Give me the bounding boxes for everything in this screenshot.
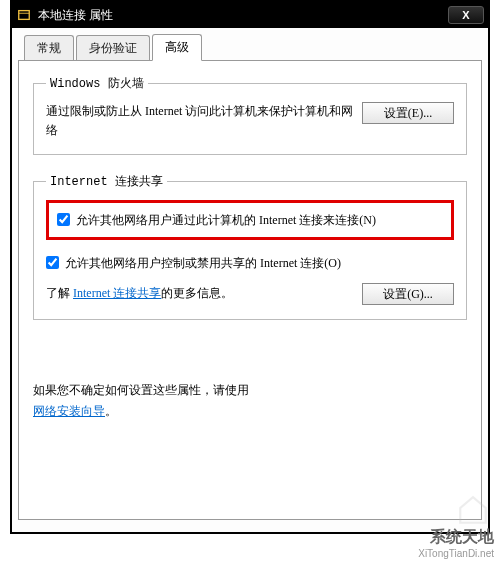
tab-strip: 常规 身份验证 高级: [18, 34, 482, 61]
close-button[interactable]: X: [448, 6, 484, 24]
highlight-box: 允许其他网络用户通过此计算机的 Internet 连接来连接(N): [46, 200, 454, 239]
learn-more-text: 了解 Internet 连接共享的更多信息。: [46, 285, 362, 302]
footer-line1: 如果您不确定如何设置这些属性，请使用: [33, 383, 249, 397]
allow-connect-checkbox[interactable]: [57, 213, 70, 226]
ics-group: Internet 连接共享 允许其他网络用户通过此计算机的 Internet 连…: [33, 173, 467, 319]
tab-panel-advanced: Windows 防火墙 通过限制或防止从 Internet 访问此计算机来保护计…: [18, 60, 482, 520]
footer-note: 如果您不确定如何设置这些属性，请使用 网络安装向导。: [33, 380, 467, 423]
client-area: 常规 身份验证 高级 Windows 防火墙 通过限制或防止从 Internet…: [12, 28, 488, 532]
titlebar: 本地连接 属性 X: [12, 2, 488, 28]
firewall-legend: Windows 防火墙: [46, 75, 148, 92]
allow-control-label: 允许其他网络用户控制或禁用共享的 Internet 连接(O): [65, 254, 341, 273]
window-title: 本地连接 属性: [38, 7, 448, 24]
allow-connect-label: 允许其他网络用户通过此计算机的 Internet 连接来连接(N): [76, 211, 376, 230]
ics-settings-button[interactable]: 设置(G)...: [362, 283, 454, 305]
firewall-desc: 通过限制或防止从 Internet 访问此计算机来保护计算机和网络: [46, 102, 362, 140]
learn-prefix: 了解: [46, 286, 73, 300]
watermark-url: XiTongTianDi.net: [418, 548, 494, 559]
close-icon: X: [462, 9, 469, 21]
svg-rect-0: [19, 11, 30, 20]
window-icon: [16, 7, 32, 23]
tab-auth[interactable]: 身份验证: [76, 35, 150, 61]
tab-general[interactable]: 常规: [24, 35, 74, 61]
learn-suffix: 的更多信息。: [161, 286, 233, 300]
allow-control-checkbox[interactable]: [46, 256, 59, 269]
firewall-group: Windows 防火墙 通过限制或防止从 Internet 访问此计算机来保护计…: [33, 75, 467, 155]
firewall-settings-button[interactable]: 设置(E)...: [362, 102, 454, 124]
footer-suffix: 。: [105, 404, 117, 418]
ics-learn-link[interactable]: Internet 连接共享: [73, 286, 161, 300]
ics-legend: Internet 连接共享: [46, 173, 167, 190]
network-wizard-link[interactable]: 网络安装向导: [33, 404, 105, 418]
properties-dialog: 本地连接 属性 X 常规 身份验证 高级 Windows 防火墙 通过限制或防止…: [10, 0, 490, 534]
tab-advanced[interactable]: 高级: [152, 34, 202, 61]
